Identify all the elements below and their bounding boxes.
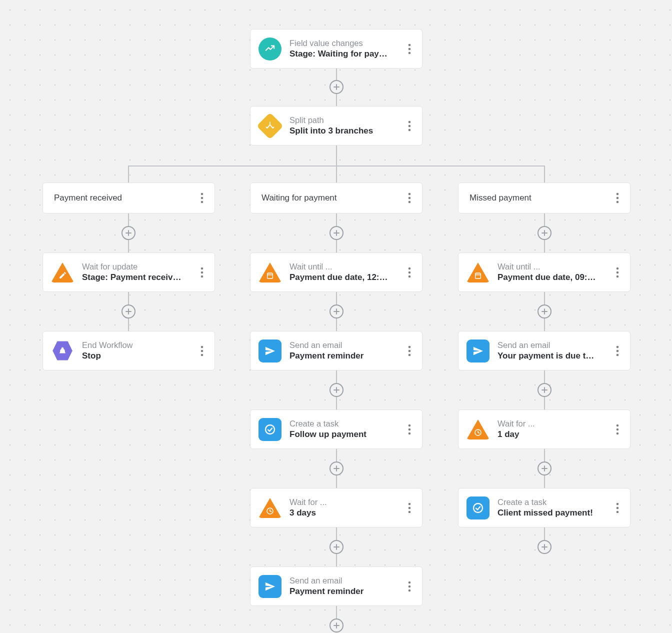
add-step-button[interactable] (330, 618, 344, 632)
add-step-button[interactable] (538, 304, 552, 318)
calendar-icon (466, 261, 490, 284)
add-step-button[interactable] (122, 304, 136, 318)
clock-icon (466, 418, 490, 441)
step-card-wait-for-update[interactable]: Wait for update Stage: Payment receiv… (42, 252, 215, 292)
clock-icon (258, 496, 282, 520)
step-card-wait-for[interactable]: Wait for ... 3 days (250, 488, 422, 528)
split-card[interactable]: Split path Split into 3 branches (250, 106, 422, 146)
check-circle-icon (466, 496, 490, 520)
add-step-button[interactable] (330, 383, 344, 397)
more-icon[interactable] (196, 344, 208, 358)
svg-point-13 (616, 197, 619, 200)
svg-point-27 (408, 275, 411, 278)
card-title: Wait for ... (498, 418, 604, 429)
add-step-button[interactable] (538, 226, 552, 240)
step-card-send-email[interactable]: Send an email Payment reminder (250, 566, 422, 606)
more-icon[interactable] (196, 190, 208, 206)
add-step-button[interactable] (538, 383, 552, 397)
step-card-end-workflow[interactable]: End Workflow Stop (42, 331, 215, 370)
card-subtitle: 1 day (498, 429, 604, 440)
svg-point-34 (408, 432, 411, 434)
add-step-button[interactable] (538, 462, 552, 476)
svg-point-12 (616, 193, 619, 196)
svg-point-5 (408, 128, 411, 131)
card-subtitle: Follow up payment (290, 429, 396, 440)
more-icon[interactable] (612, 422, 623, 437)
svg-point-30 (408, 354, 411, 356)
more-icon[interactable] (404, 500, 415, 516)
card-subtitle: Client missed payment! (498, 508, 604, 519)
check-circle-icon (258, 418, 282, 441)
card-title: Send an email (498, 340, 604, 350)
branch-label: Waiting for payment (262, 193, 396, 203)
add-step-button[interactable] (122, 226, 136, 240)
card-subtitle: Payment due date, 12:… (290, 272, 396, 284)
more-icon[interactable] (404, 42, 415, 56)
more-icon[interactable] (196, 265, 208, 280)
svg-point-40 (408, 585, 411, 588)
svg-point-8 (201, 201, 204, 204)
step-card-send-email[interactable]: Send an email Your payment is due t… (458, 331, 630, 370)
add-step-button[interactable] (538, 540, 552, 554)
svg-point-0 (408, 44, 411, 46)
more-icon[interactable] (404, 422, 415, 437)
svg-point-4 (408, 124, 411, 127)
card-subtitle: Stop (82, 350, 188, 362)
trigger-card[interactable]: Field value changes Stage: Waiting for p… (250, 29, 422, 68)
more-icon[interactable] (612, 344, 623, 358)
svg-point-17 (201, 275, 204, 278)
card-title: Split path (290, 114, 396, 126)
more-icon[interactable] (404, 579, 415, 594)
card-title: Create a task (498, 496, 604, 508)
branch-card-payment-received[interactable]: Payment received (42, 182, 215, 214)
step-card-wait-until[interactable]: Wait until ... Payment due date, 09:… (458, 252, 630, 292)
card-title: End Workflow (82, 340, 188, 350)
more-icon[interactable] (404, 190, 415, 206)
step-card-create-task[interactable]: Create a task Client missed payment! (458, 488, 630, 528)
pencil-icon (51, 261, 74, 284)
branch-card-missed-payment[interactable]: Missed payment (458, 182, 630, 214)
svg-point-57 (616, 502, 619, 505)
card-subtitle: Payment due date, 09:… (498, 272, 604, 284)
add-step-button[interactable] (330, 226, 344, 240)
card-title: Field value changes (290, 38, 396, 48)
more-icon[interactable] (404, 265, 415, 280)
svg-point-18 (201, 346, 204, 348)
step-card-send-email[interactable]: Send an email Payment reminder (250, 331, 422, 370)
svg-point-3 (408, 120, 411, 123)
card-title: Wait for ... (290, 496, 396, 508)
step-card-wait-for[interactable]: Wait for ... 1 day (458, 410, 630, 449)
card-subtitle: Split into 3 branches (290, 126, 396, 137)
svg-point-51 (616, 354, 619, 356)
svg-point-53 (616, 424, 619, 426)
card-subtitle: 3 days (290, 508, 396, 519)
more-icon[interactable] (404, 344, 415, 358)
more-icon[interactable] (612, 265, 623, 280)
add-step-button[interactable] (330, 540, 344, 554)
connector (336, 145, 337, 166)
svg-point-6 (201, 193, 204, 196)
svg-point-10 (408, 197, 411, 200)
svg-point-26 (408, 271, 411, 274)
add-step-button[interactable] (330, 304, 344, 318)
svg-point-11 (408, 201, 411, 204)
step-card-wait-until[interactable]: Wait until ... Payment due date, 12:… (250, 252, 422, 292)
svg-point-59 (616, 510, 619, 513)
svg-point-46 (616, 267, 619, 270)
add-step-button[interactable] (330, 462, 344, 476)
card-subtitle: Stage: Waiting for pay… (290, 48, 396, 60)
svg-point-50 (616, 350, 619, 352)
connector (336, 166, 337, 182)
step-card-create-task[interactable]: Create a task Follow up payment (250, 410, 422, 449)
more-icon[interactable] (404, 118, 415, 134)
add-step-button[interactable] (330, 80, 344, 94)
more-icon[interactable] (612, 190, 623, 206)
more-icon[interactable] (612, 500, 623, 516)
svg-point-36 (408, 502, 411, 505)
svg-point-25 (408, 267, 411, 270)
branch-card-waiting-for-payment[interactable]: Waiting for payment (250, 182, 422, 214)
send-icon (258, 340, 282, 362)
svg-point-38 (408, 510, 411, 513)
trend-icon (258, 38, 282, 60)
stop-icon (51, 340, 74, 362)
